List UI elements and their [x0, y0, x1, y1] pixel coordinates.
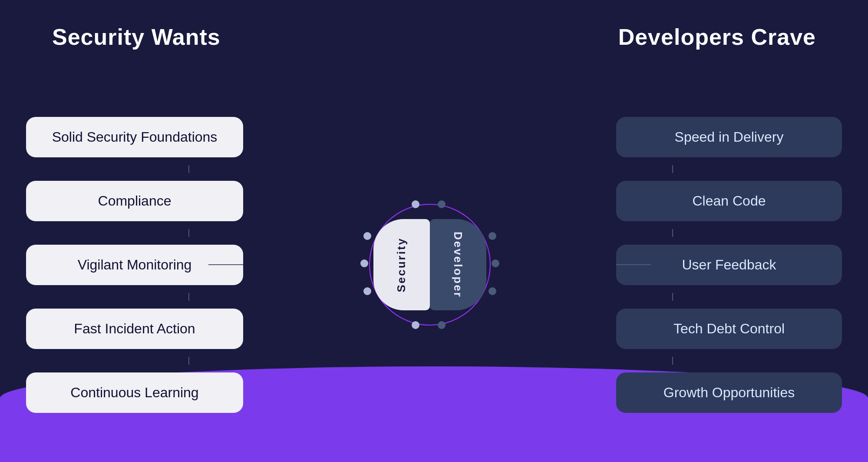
- security-wants-list: Solid Security Foundations Compliance Vi…: [26, 117, 243, 413]
- brain-security-label: Security: [395, 237, 408, 292]
- connector-right-0: [672, 165, 673, 173]
- security-card-0: Solid Security Foundations: [26, 117, 243, 157]
- brain-right-half: Developer: [430, 219, 486, 310]
- orbit-dot-left-mid: [360, 259, 368, 267]
- connector-left-2: [188, 293, 189, 301]
- content-row: Solid Security Foundations Compliance Vi…: [0, 50, 868, 462]
- orbit-dot-right-bot: [488, 287, 496, 295]
- connector-left-1: [188, 229, 189, 237]
- brain-developer-label: Developer: [451, 232, 465, 298]
- brain-left-half: Security: [373, 219, 430, 310]
- header-row: Security Wants Developers Crave: [0, 0, 868, 50]
- connector-right-3: [672, 357, 673, 365]
- orbit-dot-left-bot: [363, 287, 371, 295]
- connector-left-0: [188, 165, 189, 173]
- security-card-3: Fast Incident Action: [26, 309, 243, 349]
- dev-card-1: Clean Code: [616, 181, 842, 221]
- brain-diagram: Security Developer: [356, 191, 504, 339]
- security-card-4: Continuous Learning: [26, 372, 243, 413]
- orbit-dot-bot-left: [412, 321, 419, 329]
- security-card-2: Vigilant Monitoring: [26, 245, 243, 285]
- orbit-dot-bot-right: [438, 321, 446, 329]
- dev-card-0: Speed in Delivery: [616, 117, 842, 157]
- developers-crave-list: Speed in Delivery Clean Code User Feedba…: [616, 117, 842, 413]
- orbit-dot-top-right: [438, 200, 446, 208]
- security-card-1: Compliance: [26, 181, 243, 221]
- main-container: Security Wants Developers Crave Solid Se…: [0, 0, 868, 462]
- h-line-right: [616, 264, 651, 265]
- h-line-left: [208, 264, 243, 265]
- connector-right-1: [672, 229, 673, 237]
- orbit-dot-right-mid: [492, 259, 499, 267]
- orbit-dot-left-top: [363, 232, 371, 240]
- dev-card-4: Growth Opportunities: [616, 372, 842, 413]
- orbit-dot-right-top: [488, 232, 496, 240]
- dev-card-3: Tech Debt Control: [616, 309, 842, 349]
- orbit-dot-top-left: [412, 200, 419, 208]
- dev-card-2: User Feedback: [616, 245, 842, 285]
- connector-left-3: [188, 357, 189, 365]
- developers-crave-title: Developers Crave: [618, 24, 816, 50]
- connector-right-2: [672, 293, 673, 301]
- security-wants-title: Security Wants: [52, 24, 221, 50]
